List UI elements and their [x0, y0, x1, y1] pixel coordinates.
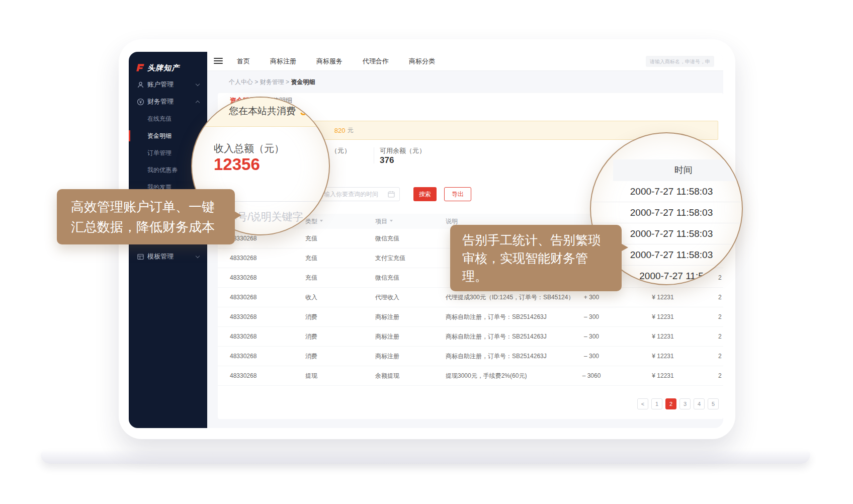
sidebar-item-label: 账户管理 — [147, 80, 174, 89]
top-navbar: 首页商标注册商标服务代理合作商标分类 — [207, 52, 723, 71]
cell-project: 余额提现 — [375, 366, 399, 386]
cell-project: 支付宝充值 — [375, 248, 405, 268]
cell-order-no: 48330268 — [230, 288, 257, 307]
table-row[interactable]: 48330268 消费 商标注册 商标自助注册，订单号：SB2514263J –… — [218, 307, 723, 327]
sidebar-item-label: 模板管理 — [147, 252, 174, 261]
export-button[interactable]: 导出 — [444, 187, 471, 201]
cell-time: 2 — [718, 268, 722, 288]
table-row[interactable]: 48330268 消费 商标注册 商标自助注册，订单号：SB2514263J –… — [218, 327, 723, 347]
cell-time: 2 — [718, 347, 722, 366]
magnified-time-header: 时间 — [613, 159, 743, 181]
chevron-icon — [196, 101, 200, 105]
breadcrumb: 个人中心 > 财务管理 > 资金明细 — [229, 78, 315, 87]
breadcrumb-current: 资金明细 — [291, 78, 315, 86]
page: 头牌知产 账户管理 财务管理 在线充值 资金明细 订单管理 我的优惠券 我的发票… — [0, 0, 853, 504]
callout-line: 高效管理账户订单、一键 — [71, 197, 221, 217]
search-button[interactable]: 搜索 — [413, 187, 437, 201]
cell-balance: ¥ 12231 — [640, 307, 686, 327]
user-icon — [137, 81, 144, 89]
breadcrumb-part[interactable]: 个人中心 — [229, 78, 253, 86]
cell-desc: 提现3000元，手续费2%(60元) — [446, 366, 527, 386]
cell-order-no: 48330268 — [230, 327, 257, 347]
cell-balance: ¥ 12231 — [640, 288, 686, 307]
cell-desc: 商标自助注册，订单号：SB2514263J — [446, 347, 547, 366]
col-project[interactable]: 项目 — [375, 214, 393, 229]
pagination-page[interactable]: 3 — [679, 398, 691, 409]
hamburger-icon[interactable] — [214, 58, 223, 64]
cell-time: 2 — [718, 288, 722, 307]
cell-order-no: 48330268 — [230, 248, 257, 268]
breadcrumb-part[interactable]: 财务管理 — [260, 78, 284, 86]
pagination-page[interactable]: 2 — [665, 398, 676, 409]
cell-project: 商标注册 — [375, 327, 399, 347]
table-row[interactable]: 48330268 消费 商标注册 商标自助注册，订单号：SB2514263J –… — [218, 347, 723, 366]
callout-line: 告别手工统计、告别繁琐 — [462, 231, 610, 249]
pagination-page[interactable]: 5 — [708, 398, 719, 409]
table-row[interactable]: 48330268 提现 余额提现 提现3000元，手续费2%(60元) – 30… — [218, 366, 723, 386]
cell-order-no: 48330268 — [230, 347, 257, 366]
cell-type: 充值 — [305, 268, 317, 288]
callout-right: 告别手工统计、告别繁琐审核，实现智能财务管理。 — [450, 225, 622, 291]
cell-order-no: 48330268 — [230, 366, 257, 386]
magnified-income-value: 12356 — [214, 155, 260, 174]
sidebar-item-label: 订单管理 — [147, 149, 172, 157]
magnified-time-row: 2000-7-27 11:58:03 — [591, 202, 743, 223]
cell-amount: – 300 — [570, 307, 613, 327]
nav-item[interactable]: 商标服务 — [316, 57, 343, 66]
pagination-prev[interactable]: < — [637, 398, 648, 409]
chevron-icon — [196, 82, 200, 86]
callout-line: 理。 — [462, 267, 610, 285]
cell-time: 2 — [718, 327, 722, 347]
nav-item[interactable]: 商标注册 — [270, 57, 296, 66]
sidebar-item[interactable]: 在线充值 — [129, 110, 207, 127]
cell-order-no: 48330268 — [230, 307, 257, 327]
pagination-page[interactable]: 1 — [651, 398, 662, 409]
pagination-page[interactable]: 4 — [694, 398, 705, 409]
sidebar-item-label: 我的优惠券 — [147, 166, 178, 175]
sort-caret-icon — [390, 220, 393, 223]
callout-line: 汇总数据，降低财务成本 — [71, 217, 221, 237]
callout-line: 审核，实现智能财务管 — [462, 249, 610, 267]
cell-type: 收入 — [305, 288, 317, 307]
search-input[interactable] — [646, 56, 714, 67]
sidebar-item[interactable]: 财务管理 — [129, 93, 207, 110]
sidebar-item[interactable]: 模板管理 — [129, 248, 207, 265]
nav-item[interactable]: 商标分类 — [409, 57, 435, 66]
cell-desc: 商标自助注册，订单号：SB2514263J — [446, 327, 547, 347]
brand-icon — [135, 63, 145, 73]
cell-balance: ¥ 12231 — [640, 347, 686, 366]
sidebar-item-label: 在线充值 — [147, 115, 172, 123]
cell-type: 充值 — [305, 248, 317, 268]
stat-divider — [374, 147, 374, 163]
cell-time: 2 — [718, 307, 722, 327]
banner-tail-value: 820 — [334, 127, 346, 134]
sidebar-item[interactable]: 账户管理 — [129, 76, 207, 93]
cell-type: 充值 — [305, 229, 317, 248]
cell-order-no: 48330268 — [230, 268, 257, 288]
calendar-icon — [388, 191, 395, 198]
cell-project: 微信充值 — [375, 268, 399, 288]
cell-project: 代理收入 — [375, 288, 399, 307]
nav-item[interactable]: 代理合作 — [363, 57, 389, 66]
pagination: < 12345 — [637, 398, 719, 409]
cell-type: 提现 — [305, 366, 317, 386]
cell-type: 消费 — [305, 347, 317, 366]
logo-text: 头牌知产 — [147, 63, 180, 73]
cell-amount: – 3060 — [570, 366, 613, 386]
template-icon — [137, 253, 144, 261]
sidebar-item-label: 财务管理 — [147, 97, 174, 106]
nav-menu: 首页商标注册商标服务代理合作商标分类 — [237, 52, 435, 71]
sort-caret-icon — [320, 220, 323, 223]
chevron-icon — [196, 254, 200, 258]
cell-balance: ¥ 12231 — [640, 327, 686, 347]
cell-amount: – 300 — [570, 327, 613, 347]
callout-left: 高效管理账户订单、一键汇总数据，降低财务成本 — [57, 189, 235, 244]
sidebar-item-label: 资金明细 — [147, 132, 172, 140]
cell-project: 商标注册 — [375, 307, 399, 327]
cell-type: 消费 — [305, 327, 317, 347]
cell-project: 微信充值 — [375, 229, 399, 248]
cell-balance: ¥ 12231 — [640, 366, 686, 386]
nav-item[interactable]: 首页 — [237, 57, 250, 66]
laptop-base — [41, 451, 810, 464]
cell-amount: – 300 — [570, 347, 613, 366]
